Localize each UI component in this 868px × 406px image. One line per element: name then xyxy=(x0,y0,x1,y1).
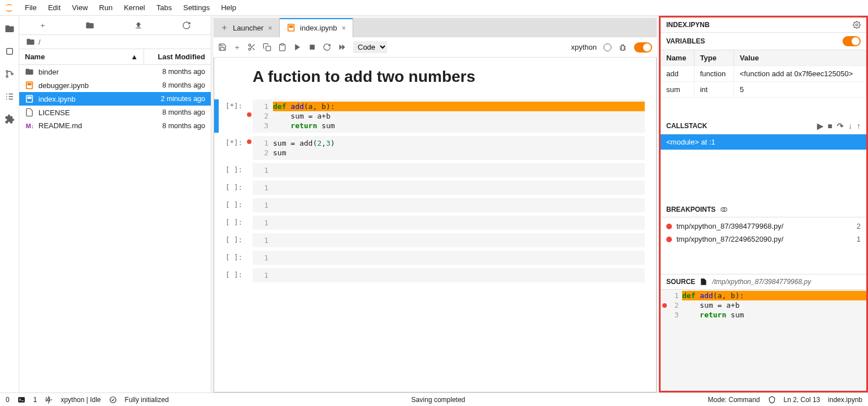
close-icon[interactable]: × xyxy=(268,24,272,32)
cell-source[interactable] xyxy=(273,268,645,282)
cell-source[interactable] xyxy=(273,181,645,195)
code-cell[interactable]: [ ]:1 xyxy=(214,233,645,247)
tab-index-ipynb[interactable]: index.ipynb× xyxy=(280,18,353,37)
status-kernel[interactable]: xpython | Idle xyxy=(60,396,101,404)
step-in-button[interactable]: ↓ xyxy=(848,121,852,130)
cell-source[interactable]: sum = add(2,3)sum xyxy=(273,136,645,160)
file-row[interactable]: debugger.ipynb8 months ago xyxy=(19,78,211,92)
menu-file[interactable]: File xyxy=(19,1,42,14)
status-mode[interactable]: Mode: Command xyxy=(708,396,760,404)
refresh-button[interactable] xyxy=(182,21,191,30)
breakpoint-gutter[interactable] xyxy=(246,181,253,195)
callstack-frame[interactable]: <module> at :1 xyxy=(661,134,866,150)
breadcrumb-root[interactable]: / xyxy=(38,38,41,46)
code-cell[interactable]: [*]:12sum = add(2,3)sum xyxy=(214,136,645,160)
code-cell[interactable]: [ ]:1 xyxy=(214,163,645,177)
new-folder-button[interactable] xyxy=(85,21,94,30)
breakpoint-gutter[interactable] xyxy=(246,251,253,265)
code-cell[interactable]: [ ]:1 xyxy=(214,181,645,195)
menu-view[interactable]: View xyxy=(66,1,93,14)
stop-button[interactable] xyxy=(309,43,316,51)
pause-button[interactable]: ■ xyxy=(828,121,832,130)
toc-icon[interactable] xyxy=(5,91,15,102)
extension-icon[interactable] xyxy=(5,114,15,124)
status-terminals-count[interactable]: 0 xyxy=(6,396,10,404)
terminal-icon[interactable] xyxy=(18,396,25,404)
close-icon[interactable]: × xyxy=(342,24,346,32)
cell-source[interactable] xyxy=(273,216,645,230)
status-filename[interactable]: index.ipynb xyxy=(828,396,862,404)
notebook-body[interactable]: A fuction to add two numbers [*]:123def … xyxy=(214,58,657,392)
code-cell[interactable]: [ ]:1 xyxy=(214,251,645,265)
kernel-name[interactable]: xpython xyxy=(571,43,597,51)
step-over-button[interactable]: ↷ xyxy=(837,121,844,130)
paste-button[interactable] xyxy=(278,43,287,51)
variables-view-toggle[interactable] xyxy=(843,36,861,46)
clear-breakpoints-button[interactable] xyxy=(720,206,728,213)
cell-source[interactable] xyxy=(273,163,645,177)
breakpoint-gutter[interactable] xyxy=(246,268,253,282)
upload-button[interactable] xyxy=(134,21,143,30)
menu-tabs[interactable]: Tabs xyxy=(151,1,177,14)
code-cell[interactable]: [ ]:1 xyxy=(214,268,645,282)
kernel-icon[interactable] xyxy=(45,396,53,404)
file-row[interactable]: index.ipynb2 minutes ago xyxy=(19,92,211,106)
menu-settings[interactable]: Settings xyxy=(177,1,215,14)
breakpoint-gutter[interactable] xyxy=(246,198,253,212)
save-button[interactable] xyxy=(218,43,227,51)
restart-run-all-button[interactable] xyxy=(338,43,346,51)
menu-kernel[interactable]: Kernel xyxy=(118,1,151,14)
menu-help[interactable]: Help xyxy=(215,1,242,14)
insert-cell-button[interactable]: ＋ xyxy=(233,42,241,53)
status-position[interactable]: Ln 2, Col 13 xyxy=(784,396,821,404)
cell-type-select[interactable]: Code xyxy=(353,41,387,53)
restart-button[interactable] xyxy=(323,43,331,51)
var-col-name: Name xyxy=(661,50,694,66)
variable-row[interactable]: sumint5 xyxy=(661,82,866,98)
cell-source[interactable] xyxy=(273,251,645,265)
menu-run[interactable]: Run xyxy=(93,1,118,14)
open-source-icon[interactable] xyxy=(700,278,708,286)
breakpoint-gutter[interactable] xyxy=(246,99,253,133)
line-numbers: 1 xyxy=(253,233,273,247)
variable-row[interactable]: addfunction<function add at 0x7f6eec1250… xyxy=(661,66,866,82)
cell-source[interactable] xyxy=(273,233,645,247)
svg-point-22 xyxy=(856,24,858,26)
line-numbers: 1 xyxy=(253,216,273,230)
step-out-button[interactable]: ↑ xyxy=(857,121,861,130)
copy-button[interactable] xyxy=(263,43,271,51)
file-row[interactable]: M↓README.md8 months ago xyxy=(19,119,211,132)
continue-button[interactable]: ▶ xyxy=(817,121,823,130)
menu-edit[interactable]: Edit xyxy=(42,1,66,14)
debugger-toggle[interactable] xyxy=(634,42,652,53)
file-row[interactable]: binder8 months ago xyxy=(19,65,211,78)
running-icon[interactable] xyxy=(5,46,15,56)
cell-source[interactable] xyxy=(273,198,645,212)
notebook-trust-icon[interactable] xyxy=(768,396,776,404)
cut-button[interactable] xyxy=(248,43,256,51)
run-button[interactable] xyxy=(293,43,302,51)
breakpoint-gutter[interactable] xyxy=(246,233,253,247)
file-row[interactable]: LICENSE8 months ago xyxy=(19,106,211,119)
breakpoint-row[interactable]: tmp/xpython_87/2249652090.py/1 xyxy=(661,233,866,246)
breakpoint-row[interactable]: tmp/xpython_87/3984779968.py/2 xyxy=(661,220,866,233)
breakpoint-gutter[interactable] xyxy=(246,136,253,160)
breakpoint-gutter[interactable] xyxy=(246,163,253,177)
code-cell[interactable]: [*]:123def add(a, b): sum = a+b return s… xyxy=(214,99,645,133)
cell-source[interactable]: def add(a, b): sum = a+b return sum xyxy=(273,99,645,133)
status-bar: 0 1 xpython | Idle Fully initialized Sav… xyxy=(0,392,868,406)
status-kernels-count[interactable]: 1 xyxy=(33,396,37,404)
breadcrumb[interactable]: / xyxy=(19,35,211,49)
jupyter-logo xyxy=(2,1,16,15)
column-modified[interactable]: Last Modified xyxy=(144,49,211,64)
breakpoint-gutter[interactable] xyxy=(246,216,253,230)
code-cell[interactable]: [ ]:1 xyxy=(214,198,645,212)
column-name[interactable]: Name ▲ xyxy=(19,49,144,64)
new-launcher-button[interactable]: ＋ xyxy=(39,20,46,30)
gear-icon[interactable] xyxy=(853,21,861,29)
tab-launcher[interactable]: Launcher× xyxy=(214,18,280,37)
code-cell[interactable]: [ ]:1 xyxy=(214,216,645,230)
folder-icon[interactable] xyxy=(5,24,15,34)
git-icon[interactable] xyxy=(5,69,15,79)
debugger-bug-icon[interactable] xyxy=(618,43,627,52)
